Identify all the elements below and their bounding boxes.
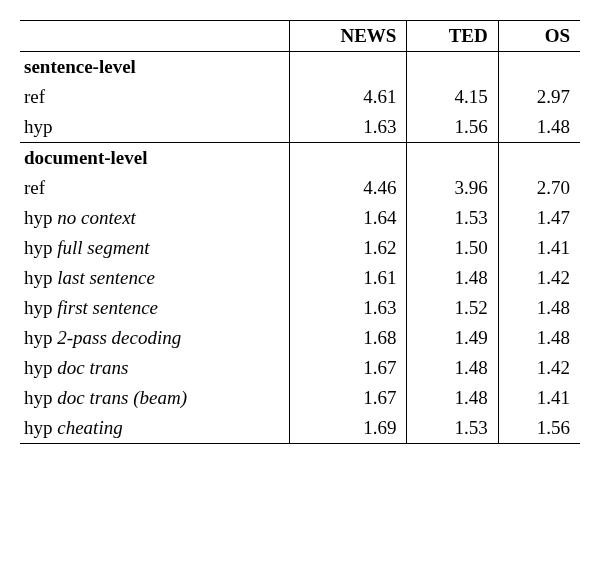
section-header: document-level <box>20 143 290 174</box>
empty-cell <box>498 52 580 83</box>
section-header-row: sentence-level <box>20 52 580 83</box>
row-label: hyp last sentence <box>20 263 290 293</box>
row-label-pre: hyp <box>24 387 57 408</box>
row-label-italic: doc trans <box>57 357 128 378</box>
cell-news: 4.61 <box>290 82 407 112</box>
row-label: hyp cheating <box>20 413 290 444</box>
cell-ted: 4.15 <box>407 82 498 112</box>
row-label: hyp <box>20 112 290 143</box>
row-label: hyp doc trans <box>20 353 290 383</box>
cell-news: 1.69 <box>290 413 407 444</box>
row-label-pre: hyp <box>24 417 57 438</box>
row-label: hyp 2-pass decoding <box>20 323 290 353</box>
row-label-italic: doc trans (beam) <box>57 387 187 408</box>
cell-os: 1.42 <box>498 263 580 293</box>
cell-ted: 3.96 <box>407 173 498 203</box>
row-label-pre: hyp <box>24 237 57 258</box>
row-label-italic: no context <box>57 207 136 228</box>
row-label-italic: full segment <box>57 237 149 258</box>
cell-news: 1.63 <box>290 293 407 323</box>
col-header-blank <box>20 21 290 52</box>
cell-os: 1.48 <box>498 293 580 323</box>
row-label-italic: last sentence <box>57 267 155 288</box>
cell-ted: 1.48 <box>407 263 498 293</box>
cell-news: 1.63 <box>290 112 407 143</box>
col-header-os: OS <box>498 21 580 52</box>
row-label-pre: hyp <box>24 267 57 288</box>
table-row: hyp cheating 1.69 1.53 1.56 <box>20 413 580 444</box>
cell-ted: 1.48 <box>407 383 498 413</box>
table-row: ref 4.61 4.15 2.97 <box>20 82 580 112</box>
cell-news: 1.62 <box>290 233 407 263</box>
row-label: hyp doc trans (beam) <box>20 383 290 413</box>
table-row: hyp no context 1.64 1.53 1.47 <box>20 203 580 233</box>
cell-os: 1.41 <box>498 383 580 413</box>
cell-news: 1.61 <box>290 263 407 293</box>
row-label: hyp first sentence <box>20 293 290 323</box>
cell-os: 1.48 <box>498 112 580 143</box>
table-row: hyp doc trans (beam) 1.67 1.48 1.41 <box>20 383 580 413</box>
cell-ted: 1.48 <box>407 353 498 383</box>
empty-cell <box>290 143 407 174</box>
table-row: hyp full segment 1.62 1.50 1.41 <box>20 233 580 263</box>
cell-os: 1.56 <box>498 413 580 444</box>
col-header-ted: TED <box>407 21 498 52</box>
row-label: ref <box>20 173 290 203</box>
empty-cell <box>407 52 498 83</box>
row-label-pre: hyp <box>24 327 57 348</box>
table-row: hyp doc trans 1.67 1.48 1.42 <box>20 353 580 383</box>
table-row: hyp first sentence 1.63 1.52 1.48 <box>20 293 580 323</box>
cell-os: 2.70 <box>498 173 580 203</box>
table-row: hyp 2-pass decoding 1.68 1.49 1.48 <box>20 323 580 353</box>
cell-os: 1.47 <box>498 203 580 233</box>
cell-news: 1.67 <box>290 353 407 383</box>
col-header-news: NEWS <box>290 21 407 52</box>
section-header-row: document-level <box>20 143 580 174</box>
cell-news: 1.67 <box>290 383 407 413</box>
cell-os: 1.42 <box>498 353 580 383</box>
cell-ted: 1.50 <box>407 233 498 263</box>
table-row: hyp 1.63 1.56 1.48 <box>20 112 580 143</box>
results-table: NEWS TED OS sentence-level ref 4.61 4.15… <box>20 20 580 444</box>
cell-news: 4.46 <box>290 173 407 203</box>
row-label-italic: cheating <box>57 417 122 438</box>
cell-ted: 1.53 <box>407 203 498 233</box>
cell-os: 1.41 <box>498 233 580 263</box>
row-label-pre: hyp <box>24 297 57 318</box>
cell-news: 1.68 <box>290 323 407 353</box>
cell-ted: 1.56 <box>407 112 498 143</box>
table-row: ref 4.46 3.96 2.70 <box>20 173 580 203</box>
row-label-italic: first sentence <box>57 297 158 318</box>
cell-news: 1.64 <box>290 203 407 233</box>
empty-cell <box>407 143 498 174</box>
empty-cell <box>498 143 580 174</box>
cell-ted: 1.52 <box>407 293 498 323</box>
cell-os: 1.48 <box>498 323 580 353</box>
row-label: hyp full segment <box>20 233 290 263</box>
cell-ted: 1.49 <box>407 323 498 353</box>
row-label-italic: 2-pass decoding <box>57 327 181 348</box>
empty-cell <box>290 52 407 83</box>
row-label-pre: hyp <box>24 207 57 228</box>
table-row: hyp last sentence 1.61 1.48 1.42 <box>20 263 580 293</box>
section-header: sentence-level <box>20 52 290 83</box>
row-label: ref <box>20 82 290 112</box>
row-label-pre: hyp <box>24 357 57 378</box>
row-label: hyp no context <box>20 203 290 233</box>
cell-ted: 1.53 <box>407 413 498 444</box>
cell-os: 2.97 <box>498 82 580 112</box>
